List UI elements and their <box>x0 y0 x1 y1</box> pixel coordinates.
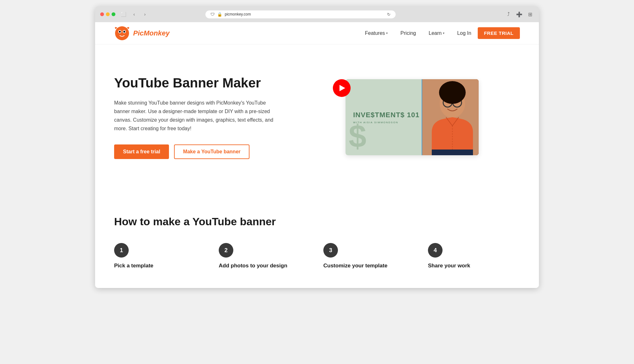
logo[interactable]: PicMonkey <box>114 25 170 41</box>
maximize-window-button[interactable] <box>112 12 115 16</box>
hero-content: YouTube Banner Maker Make stunning YouTu… <box>114 75 279 159</box>
features-nav-link[interactable]: Features ▾ <box>365 30 388 36</box>
svg-point-11 <box>439 81 466 104</box>
address-bar[interactable]: 🛡 🔒 picmonkey.com ↻ <box>205 10 396 18</box>
lock-icon: 🔒 <box>217 12 222 17</box>
pricing-nav-link[interactable]: Pricing <box>400 30 416 36</box>
step-number-4: 4 <box>428 243 443 258</box>
step-number-1: 1 <box>114 243 129 258</box>
banner-preview: $ INVE$TMENT$ 101 WITH AISIA SIMMONDSON <box>333 79 479 155</box>
hero-buttons: Start a free trial Make a YouTube banner <box>114 144 279 159</box>
nav-actions: Log In FREE TRIAL <box>457 27 520 39</box>
url-display: picmonkey.com <box>225 12 251 16</box>
banner-sub-text: WITH AISIA SIMMONDSON <box>353 121 471 124</box>
free-trial-button[interactable]: FREE TRIAL <box>478 27 520 39</box>
reading-list-icon[interactable]: ⊞ <box>526 10 534 18</box>
step-2: 2Add photos to your design <box>219 243 311 269</box>
svg-point-4 <box>123 31 125 33</box>
add-tab-icon[interactable]: ➕ <box>515 10 523 18</box>
hero-section: YouTube Banner Maker Make stunning YouTu… <box>95 44 539 196</box>
step-number-3: 3 <box>323 243 338 258</box>
nav-links: Features ▾ Pricing Learn ▾ <box>365 30 444 36</box>
browser-titlebar: ⬜ ‹ › 🛡 🔒 picmonkey.com ↻ ⤴ ➕ ⊞ <box>95 6 539 22</box>
reload-icon[interactable]: ↻ <box>387 12 391 17</box>
banner-dollar-bg: $ <box>349 120 366 152</box>
step-label-1: Pick a template <box>114 263 206 269</box>
step-number-2: 2 <box>219 243 233 258</box>
tab-icon[interactable]: ⬜ <box>119 10 127 18</box>
how-to-title: How to make a YouTube banner <box>114 215 520 228</box>
step-3: 3Customize your template <box>323 243 415 269</box>
main-navigation: PicMonkey Features ▾ Pricing Learn ▾ Log… <box>95 22 539 44</box>
minimize-window-button[interactable] <box>106 12 110 16</box>
hero-image: $ INVE$TMENT$ 101 WITH AISIA SIMMONDSON <box>292 63 520 171</box>
forward-button[interactable]: › <box>141 10 149 18</box>
hero-description: Make stunning YouTube banner designs wit… <box>114 99 279 133</box>
svg-point-0 <box>115 26 129 40</box>
step-label-4: Share your work <box>428 263 520 269</box>
learn-chevron-icon: ▾ <box>443 31 444 35</box>
toolbar-right: ⤴ ➕ ⊞ <box>505 10 534 18</box>
step-1: 1Pick a template <box>114 243 206 269</box>
step-label-2: Add photos to your design <box>219 263 311 269</box>
window-controls <box>100 12 115 16</box>
features-chevron-icon: ▾ <box>386 31 388 35</box>
website-content: PicMonkey Features ▾ Pricing Learn ▾ Log… <box>95 22 539 288</box>
banner-card: $ INVE$TMENT$ 101 WITH AISIA SIMMONDSON <box>346 79 479 155</box>
logo-text: PicMonkey <box>133 29 170 37</box>
how-to-section: How to make a YouTube banner 1Pick a tem… <box>95 196 539 288</box>
navigation-controls: ⬜ ‹ › <box>119 10 149 18</box>
make-youtube-banner-button[interactable]: Make a YouTube banner <box>174 144 249 159</box>
logo-icon <box>114 25 130 41</box>
svg-point-3 <box>119 31 121 33</box>
steps-container: 1Pick a template2Add photos to your desi… <box>114 243 520 269</box>
step-label-3: Customize your template <box>323 263 415 269</box>
back-button[interactable]: ‹ <box>130 10 138 18</box>
close-window-button[interactable] <box>100 12 104 16</box>
share-icon[interactable]: ⤴ <box>505 10 512 18</box>
hero-title: YouTube Banner Maker <box>114 75 279 91</box>
browser-window: ⬜ ‹ › 🛡 🔒 picmonkey.com ↻ ⤴ ➕ ⊞ <box>95 6 539 288</box>
shield-icon: 🛡 <box>210 12 215 17</box>
login-link[interactable]: Log In <box>457 30 471 36</box>
youtube-icon <box>333 79 351 97</box>
start-free-trial-button[interactable]: Start a free trial <box>114 144 169 159</box>
learn-nav-link[interactable]: Learn ▾ <box>429 30 444 36</box>
play-icon <box>340 85 345 91</box>
step-4: 4Share your work <box>428 243 520 269</box>
banner-main-text: INVE$TMENT$ 101 <box>353 111 471 119</box>
